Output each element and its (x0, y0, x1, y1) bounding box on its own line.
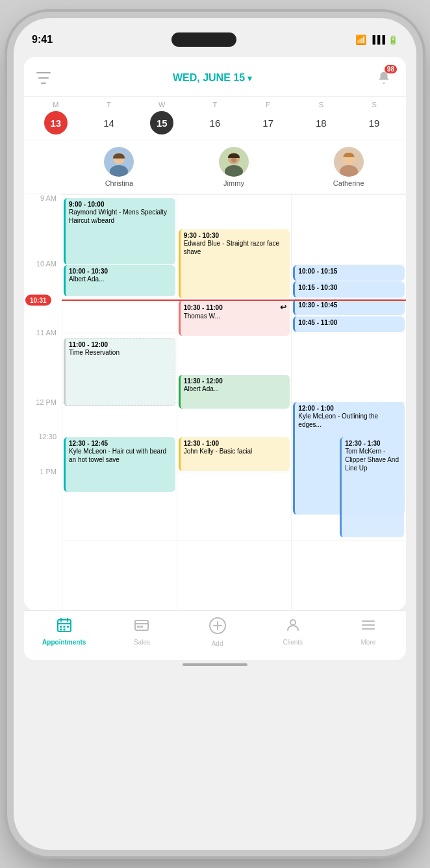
col-jimmy: 9:30 - 10:30 Edward Blue - Straight razo… (177, 194, 292, 610)
sales-icon (134, 617, 149, 637)
notch-pill (171, 32, 236, 47)
tab-bar: Appointments Sales Add (24, 610, 406, 660)
time-col: 9 AM 10 AM 11 AM 12 PM 12:30 1 PM (24, 194, 62, 610)
day-13[interactable]: 13 (44, 111, 68, 134)
status-time: 9:41 (32, 34, 53, 45)
more-icon (360, 617, 376, 637)
appt-christina-2[interactable]: 10:00 - 10:30 Albert Ada... (64, 265, 175, 296)
svg-rect-20 (137, 626, 140, 628)
tab-label-more: More (361, 639, 376, 646)
time-12pm: 12 PM (36, 398, 62, 406)
staff-col-jimmy[interactable]: Jimmy (177, 147, 292, 187)
col-christina: 9:00 - 10:00 Raymond Wright - Mens Speci… (62, 194, 177, 610)
svg-rect-16 (67, 626, 69, 628)
appt-christina-3[interactable]: 11:00 - 12:00 Time Reservation (64, 338, 175, 407)
svg-point-23 (290, 620, 296, 625)
wifi-icon: 📶 (355, 34, 366, 45)
staff-col-christina[interactable]: Christina (62, 147, 177, 187)
calendar-strip: M T W T F S S 13 14 15 16 17 18 19 (24, 96, 406, 140)
tab-add[interactable]: Add (198, 617, 237, 647)
battery-icon: 🔋 (388, 35, 398, 45)
staff-row: Christina Jimmy (24, 140, 406, 194)
time-1230: 12:30 (38, 433, 62, 440)
home-bar-pill (183, 663, 247, 666)
time-11am: 11 AM (36, 329, 62, 337)
app-header: WED, JUNE 15 ▾ 98 (24, 57, 406, 96)
status-icons: 📶 ▐▐▐ 🔋 (355, 34, 398, 45)
staff-col-catherine[interactable]: Catherine (291, 147, 406, 187)
day-label-sat: S (309, 101, 333, 108)
header-date-text: WED, JUNE 15 (173, 72, 245, 84)
filter-button[interactable] (34, 69, 53, 87)
home-bar (14, 660, 416, 673)
tab-appointments[interactable]: Appointments (42, 617, 86, 647)
tab-sales[interactable]: Sales (122, 617, 161, 647)
time-col-header (24, 147, 62, 187)
tab-clients[interactable]: Clients (273, 617, 312, 647)
notch (171, 32, 236, 47)
svg-rect-18 (63, 629, 65, 631)
day-label-fri: F (257, 101, 280, 108)
appointments-icon (57, 617, 72, 637)
day-14[interactable]: 14 (97, 111, 121, 134)
time-1pm: 1 PM (40, 468, 62, 476)
day-15[interactable]: 15 (150, 111, 173, 134)
time-9am: 9 AM (40, 194, 62, 202)
appt-christina-1[interactable]: 9:00 - 10:00 Raymond Wright - Mens Speci… (64, 198, 175, 264)
appt-catherine-4[interactable]: 10:45 - 11:00 (293, 316, 405, 332)
avatar-christina (104, 147, 134, 177)
day-labels: M T W T F S S (24, 97, 406, 110)
appt-christina-4[interactable]: 12:30 - 12:45 Kyle McLeon - Hair cut wit… (64, 437, 175, 491)
svg-rect-19 (135, 620, 148, 630)
day-label-wed: W (150, 101, 173, 108)
svg-rect-15 (63, 626, 65, 628)
tab-label-clients: Clients (283, 639, 303, 646)
grid-cols: 10:31 9:00 - 10:00 Raymond Wright - Mens… (62, 194, 406, 610)
day-19[interactable]: 19 (362, 111, 386, 134)
add-icon (209, 617, 226, 638)
svg-rect-14 (60, 626, 62, 628)
appt-jimmy-1[interactable]: 9:30 - 10:30 Edward Blue - Straight razo… (179, 229, 290, 298)
schedule-container: 9 AM 10 AM 11 AM 12 PM 12:30 1 PM (24, 194, 406, 610)
appt-catherine-2[interactable]: 10:15 - 10:30 (293, 281, 405, 297)
avatar-catherine (334, 147, 364, 177)
staff-name-christina: Christina (105, 179, 133, 187)
staff-name-jimmy: Jimmy (223, 179, 244, 187)
avatar-jimmy (219, 147, 249, 177)
col-catherine: 10:00 - 10:15 10:15 - 10:30 10:30 - 10:4… (291, 194, 406, 610)
appt-jimmy-3[interactable]: 11:30 - 12:00 Albert Ada... (179, 375, 290, 408)
tab-more[interactable]: More (349, 617, 388, 647)
chevron-down-icon: ▾ (247, 73, 252, 83)
notification-badge: 98 (385, 65, 397, 73)
notification-button[interactable]: 98 (372, 66, 396, 90)
day-label-mon: M (44, 101, 68, 108)
appt-jimmy-4[interactable]: 12:30 - 1:00 John Kelly - Basic facial (179, 437, 290, 470)
appt-catherine-1[interactable]: 10:00 - 10:15 (293, 265, 405, 281)
svg-rect-17 (60, 629, 62, 631)
current-time-badge: 10:31 (25, 294, 51, 305)
signal-icon: ▐▐▐ (370, 35, 385, 44)
day-16[interactable]: 16 (203, 111, 227, 134)
tab-label-sales: Sales (134, 639, 150, 646)
app-content: WED, JUNE 15 ▾ 98 M T W T F S S (24, 57, 406, 610)
tab-label-appointments: Appointments (42, 639, 86, 646)
appt-jimmy-2[interactable]: 10:30 - 11:00 ↩ Thomas W... (179, 300, 290, 335)
staff-name-catherine: Catherine (333, 179, 364, 187)
header-title[interactable]: WED, JUNE 15 ▾ (173, 72, 252, 84)
day-18[interactable]: 18 (309, 111, 333, 134)
schedule-inner: 9 AM 10 AM 11 AM 12 PM 12:30 1 PM (24, 194, 406, 610)
day-numbers: 13 14 15 16 17 18 19 (24, 110, 406, 140)
clients-icon (285, 617, 301, 637)
day-label-thu: T (203, 101, 227, 108)
time-10am: 10 AM (36, 260, 62, 268)
tab-label-add: Add (212, 640, 223, 647)
appt-catherine-3[interactable]: 10:30 - 10:45 (293, 299, 405, 314)
phone-frame: 9:41 📶 ▐▐▐ 🔋 WED, JUNE 15 ▾ (14, 18, 416, 850)
svg-rect-21 (140, 626, 143, 628)
svg-point-8 (231, 157, 236, 162)
day-17[interactable]: 17 (257, 111, 280, 134)
appt-catherine-6[interactable]: 12:30 - 1:30 Tom McKern - Clipper Shave … (340, 437, 403, 537)
day-label-sun: S (362, 101, 386, 108)
day-label-tue: T (97, 101, 121, 108)
current-time-indicator: 10:31 (62, 300, 406, 301)
